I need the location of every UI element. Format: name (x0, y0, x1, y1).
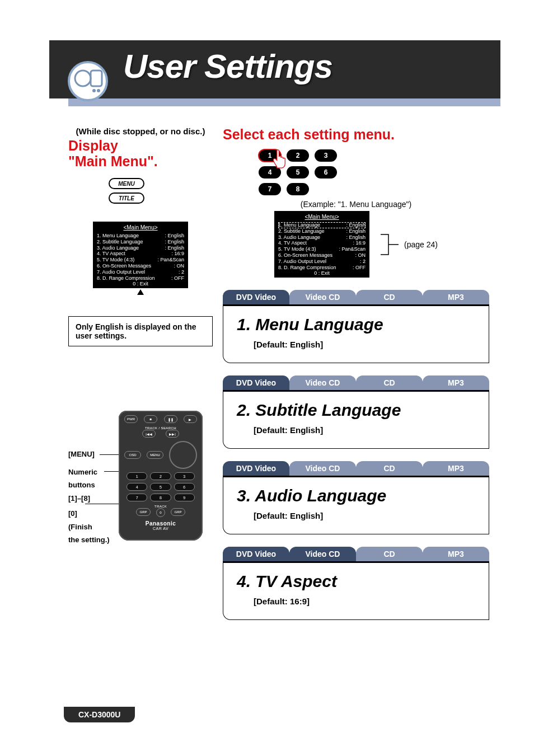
header-underline (68, 98, 500, 106)
remote-np-6: 6 (174, 483, 195, 491)
tab-dvd: DVD Video (223, 547, 289, 561)
setting-2-default: [Default: English] (254, 425, 475, 435)
remote-np-1: 1 (127, 472, 147, 480)
remote-np-4: 4 (127, 483, 147, 491)
remote-nav-wheel (169, 441, 197, 469)
remote-np-0: 0 (156, 508, 165, 517)
tab-dvd: DVD Video (223, 290, 289, 304)
setting-1-title: 1. Menu Language (237, 315, 475, 334)
tab-mp3: MP3 (423, 290, 489, 304)
num-6-button[interactable]: 6 (315, 166, 337, 179)
numeric-row-1: 1 2 3 (259, 149, 489, 162)
setting-1-default: [Default: English] (254, 340, 475, 349)
main-menu-preview-highlighted: <Main Menu> 1. Menu Language: English 2.… (274, 211, 369, 278)
remote-next-button: ▶▶| (166, 430, 179, 438)
main-menu-exit: 0 : Exit (133, 281, 148, 287)
svg-point-4 (97, 89, 100, 92)
tab-vcd: Video CD (289, 461, 356, 476)
remote-pause-button: ❚❚ (164, 415, 177, 423)
select-heading: Select each setting menu. (223, 126, 489, 143)
setting-4: DVD Video Video CD CD MP3 4. TV Aspect [… (223, 547, 489, 620)
settings-icon (66, 59, 110, 103)
tab-cd: CD (356, 547, 423, 561)
display-heading: Display "Main Menu". (68, 138, 213, 169)
page-title: User Settings (123, 47, 332, 86)
tab-mp3: MP3 (423, 547, 489, 561)
tab-vcd: Video CD (289, 290, 356, 304)
page-ref: (page 24) (404, 240, 438, 249)
remote-group-button: GRP (136, 508, 151, 516)
remote-illustration: PWR ■ ❚❚ ▶ TRACK / SEARCH |◀◀ ▶▶| OSD ME… (119, 411, 203, 541)
remote-np-9: 9 (174, 494, 195, 501)
tab-cd: CD (356, 461, 423, 476)
remote-np-3: 3 (174, 472, 195, 480)
tab-cd: CD (356, 375, 423, 390)
numeric-row-3: 7 8 (259, 183, 489, 195)
tab-vcd: Video CD (289, 375, 356, 390)
num-8-button[interactable]: 8 (287, 183, 309, 195)
tab-dvd: DVD Video (223, 461, 289, 476)
example-text: (Example: "1. Menu Language") (223, 200, 489, 209)
callout-bracket-icon (380, 233, 401, 256)
remote-np-7: 7 (127, 494, 147, 501)
setting-3-default: [Default: English] (254, 511, 475, 520)
setting-4-title: 4. TV Aspect (237, 572, 475, 591)
model-footer: CX-D3000U (64, 707, 135, 722)
remote-osd-button: OSD (124, 451, 141, 459)
remote-pwr-button: PWR (124, 415, 138, 423)
num-7-button[interactable]: 7 (259, 183, 281, 195)
remote-play-button: ▶ (184, 415, 197, 423)
setting-2-title: 2. Subtitle Language (237, 401, 475, 420)
precondition-text: (While disc stopped, or no disc.) (68, 126, 213, 136)
main-menu-word: "Main Menu". (68, 153, 158, 169)
remote-np-8: 8 (150, 494, 171, 501)
setting-4-default: [Default: 16:9] (254, 597, 475, 606)
main-menu-title: <Main Menu> (97, 224, 184, 231)
svg-point-3 (92, 89, 96, 92)
english-note: Only English is displayed on the user se… (68, 316, 213, 346)
remote-brand-sub: CAR AV (124, 527, 197, 530)
setting-1: DVD Video Video CD CD MP3 1. Menu Langua… (223, 290, 489, 363)
press-hand-icon (270, 147, 292, 171)
remote-stop-button: ■ (144, 415, 157, 423)
remote-prev-button: |◀◀ (142, 430, 156, 438)
numeric-row-2: 4 5 6 (259, 166, 489, 179)
menu-button[interactable]: MENU (109, 178, 144, 189)
tab-cd: CD (356, 290, 423, 304)
setting-2: DVD Video Video CD CD MP3 2. Subtitle La… (223, 375, 489, 449)
tab-mp3: MP3 (423, 461, 489, 476)
main-menu-preview: <Main Menu> 1. Menu Language: English 2.… (93, 222, 188, 288)
setting-3-title: 3. Audio Language (237, 486, 475, 505)
remote-grp2-button: GRP (171, 508, 185, 516)
title-button[interactable]: TITLE (109, 192, 144, 204)
remote-menu-button: MENU (147, 451, 163, 459)
num-3-button[interactable]: 3 (315, 149, 337, 162)
remote-numpad: 1 2 3 4 5 6 7 8 9 (127, 472, 195, 501)
display-word: Display (68, 138, 118, 153)
remote-brand: Panasonic (124, 520, 197, 527)
remote-np-5: 5 (150, 483, 171, 491)
tab-dvd: DVD Video (223, 375, 289, 390)
pointer-up-icon (137, 289, 144, 295)
setting-3: DVD Video Video CD CD MP3 3. Audio Langu… (223, 461, 489, 534)
remote-np-2: 2 (150, 472, 171, 480)
tab-vcd: Video CD (289, 547, 356, 561)
tab-mp3: MP3 (423, 375, 489, 390)
